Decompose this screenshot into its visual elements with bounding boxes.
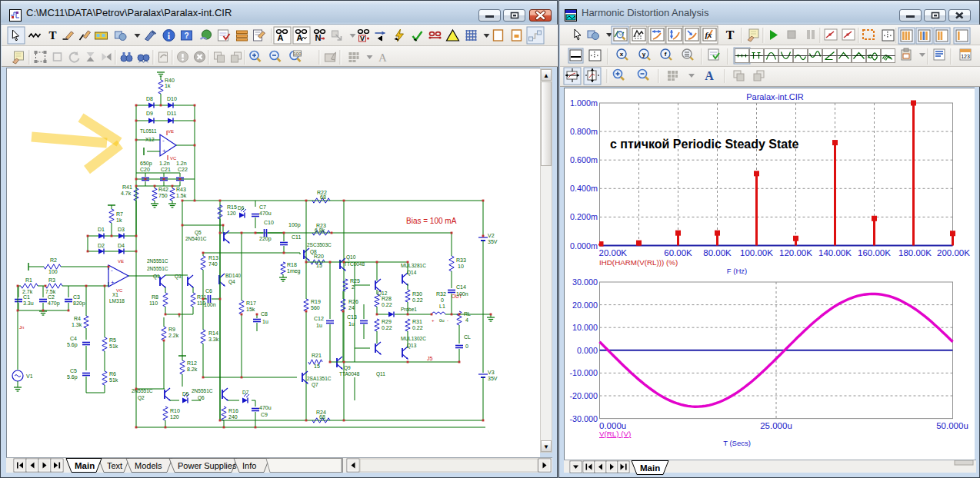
svg-text:BD140: BD140 bbox=[225, 273, 241, 278]
svg-text:D5: D5 bbox=[182, 391, 189, 397]
svg-text:C2: C2 bbox=[48, 294, 55, 300]
svg-text:51k: 51k bbox=[109, 344, 118, 349]
svg-text:1k: 1k bbox=[116, 217, 122, 223]
svg-text:25.000u: 25.000u bbox=[760, 421, 792, 430]
svg-text:0.000u: 0.000u bbox=[599, 421, 626, 430]
svg-text:10.000: 10.000 bbox=[572, 323, 598, 332]
svg-text:2SC3503C: 2SC3503C bbox=[307, 242, 332, 247]
svg-text:R1: R1 bbox=[25, 277, 32, 283]
svg-text:D11: D11 bbox=[167, 111, 176, 116]
svg-text:240: 240 bbox=[228, 414, 238, 420]
svg-text:Text: Text bbox=[107, 461, 122, 470]
svg-text:fx: fx bbox=[705, 30, 712, 39]
svg-text:820p: 820p bbox=[73, 300, 85, 307]
svg-text:1.000m: 1.000m bbox=[570, 98, 598, 108]
svg-text:R13: R13 bbox=[208, 255, 218, 261]
svg-text:R12: R12 bbox=[187, 360, 197, 366]
svg-text:470p: 470p bbox=[48, 300, 60, 307]
svg-text:-20.000: -20.000 bbox=[569, 391, 598, 400]
svg-text:470u: 470u bbox=[259, 211, 272, 216]
svg-text:D4: D4 bbox=[118, 243, 125, 248]
svg-text:R6: R6 bbox=[109, 371, 116, 377]
svg-text:Jn: Jn bbox=[19, 325, 24, 330]
svg-text:C10: C10 bbox=[264, 220, 274, 225]
svg-text:15: 15 bbox=[314, 363, 320, 369]
svg-text:C3: C3 bbox=[73, 294, 80, 300]
svg-text:R21: R21 bbox=[312, 353, 322, 358]
svg-text:123: 123 bbox=[961, 54, 970, 59]
svg-text:R9: R9 bbox=[168, 327, 175, 332]
svg-text:y: y bbox=[642, 51, 646, 58]
svg-text:R42: R42 bbox=[158, 187, 168, 192]
svg-text:LM318: LM318 bbox=[109, 298, 125, 304]
svg-text:T: T bbox=[726, 28, 735, 41]
svg-text:2N5401C: 2N5401C bbox=[185, 236, 207, 241]
svg-text:C13: C13 bbox=[347, 314, 357, 320]
svg-text:VE: VE bbox=[168, 129, 174, 134]
svg-text:C9: C9 bbox=[261, 412, 268, 417]
svg-text:V: V bbox=[360, 35, 365, 42]
svg-text:3.3u: 3.3u bbox=[23, 300, 34, 306]
svg-text:-: - bbox=[162, 137, 165, 144]
svg-text:1.2n: 1.2n bbox=[159, 161, 170, 166]
svg-text:100: 100 bbox=[293, 51, 302, 56]
svg-text:Q3: Q3 bbox=[175, 274, 182, 280]
svg-text:R26: R26 bbox=[348, 299, 358, 304]
svg-text:V2: V2 bbox=[488, 233, 495, 238]
svg-text:68: 68 bbox=[320, 194, 326, 200]
svg-text:C7: C7 bbox=[259, 204, 266, 210]
svg-text:0.400m: 0.400m bbox=[570, 184, 598, 193]
svg-text:0.000: 0.000 bbox=[577, 346, 598, 355]
svg-text:TTA0048: TTA0048 bbox=[339, 371, 360, 377]
svg-text:C11: C11 bbox=[292, 234, 301, 240]
svg-text:A: A bbox=[378, 51, 387, 64]
svg-text:F (Hz): F (Hz) bbox=[727, 267, 747, 275]
svg-text:0.22: 0.22 bbox=[382, 302, 392, 307]
svg-text:N: N bbox=[315, 33, 322, 42]
svg-text:Info: Info bbox=[242, 461, 256, 470]
svg-text:Main: Main bbox=[640, 463, 660, 473]
svg-text:100: 100 bbox=[48, 269, 58, 274]
svg-text:0.000m: 0.000m bbox=[570, 241, 598, 251]
svg-text:3.3k: 3.3k bbox=[208, 337, 219, 342]
svg-text:6.8k: 6.8k bbox=[315, 227, 325, 233]
svg-text:D7: D7 bbox=[242, 390, 249, 395]
svg-text:R28: R28 bbox=[382, 296, 392, 301]
svg-text:650p: 650p bbox=[140, 161, 152, 167]
svg-text:30.000: 30.000 bbox=[572, 277, 598, 287]
svg-text:Q13: Q13 bbox=[407, 343, 417, 349]
svg-text:0: 0 bbox=[441, 297, 444, 303]
svg-text:120.00K: 120.00K bbox=[779, 248, 812, 257]
svg-text:4.7k: 4.7k bbox=[121, 191, 132, 196]
svg-text:2.7k: 2.7k bbox=[22, 289, 33, 294]
svg-text:Q11: Q11 bbox=[376, 371, 385, 377]
svg-text:1.5k: 1.5k bbox=[176, 193, 187, 198]
svg-text:R41: R41 bbox=[122, 184, 132, 190]
svg-text:Bias = 100 mA: Bias = 100 mA bbox=[406, 217, 457, 225]
svg-text:R19: R19 bbox=[311, 299, 321, 304]
svg-text:L1: L1 bbox=[439, 304, 445, 309]
svg-text:R10: R10 bbox=[170, 408, 180, 413]
svg-text:MUL1302C: MUL1302C bbox=[401, 336, 426, 341]
svg-text:+: + bbox=[432, 318, 435, 323]
svg-text:IHD(HARM(V(RL))) (%): IHD(HARM(V(RL))) (%) bbox=[599, 258, 678, 267]
svg-text:15: 15 bbox=[316, 263, 322, 268]
svg-text:5.6p: 5.6p bbox=[67, 342, 78, 348]
svg-text:R30: R30 bbox=[412, 291, 422, 297]
svg-text:D9: D9 bbox=[146, 111, 153, 116]
svg-text:1k: 1k bbox=[165, 83, 171, 88]
svg-text:100n: 100n bbox=[456, 291, 468, 297]
svg-text:5.6p: 5.6p bbox=[67, 374, 78, 380]
svg-text:V1: V1 bbox=[26, 373, 33, 379]
svg-text:R15: R15 bbox=[227, 204, 237, 210]
svg-text:A: A bbox=[705, 69, 714, 82]
svg-text:Main: Main bbox=[75, 461, 95, 470]
svg-text:TL0511: TL0511 bbox=[140, 128, 157, 134]
svg-text:560: 560 bbox=[311, 305, 320, 310]
svg-text:120: 120 bbox=[170, 414, 179, 420]
svg-text:0.600m: 0.600m bbox=[570, 155, 598, 164]
svg-text:8.2k: 8.2k bbox=[187, 367, 198, 372]
svg-text:Q4: Q4 bbox=[228, 279, 235, 285]
svg-text:100.00K: 100.00K bbox=[740, 248, 773, 257]
svg-text:Q1: Q1 bbox=[153, 274, 160, 280]
